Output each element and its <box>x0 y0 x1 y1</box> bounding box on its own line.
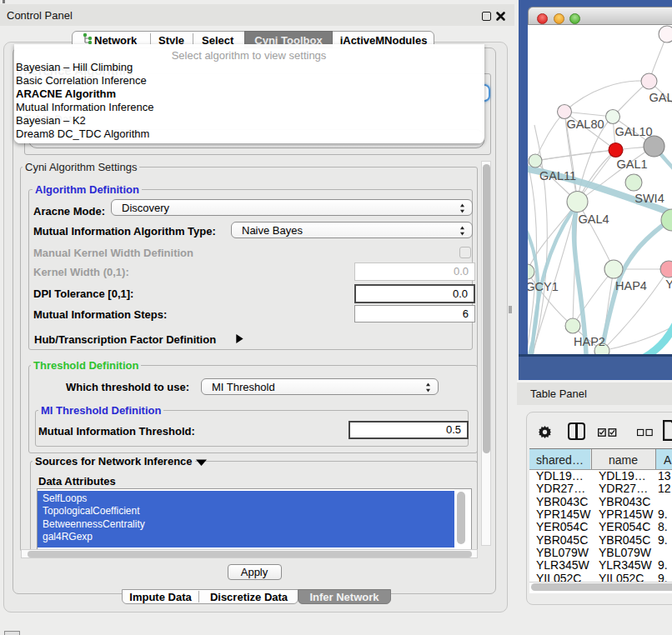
svg-text:GAL4: GAL4 <box>578 212 609 226</box>
svg-text:GAL10: GAL10 <box>614 125 652 138</box>
svg-text:GAL: GAL <box>649 91 672 104</box>
svg-text:GAL11: GAL11 <box>539 169 576 182</box>
svg-text:GAL80: GAL80 <box>566 118 604 131</box>
svg-text:GAL1: GAL1 <box>616 158 647 171</box>
svg-text:HAP4: HAP4 <box>615 279 647 292</box>
svg-text:GCY1: GCY1 <box>528 280 559 293</box>
svg-text:HAP2: HAP2 <box>574 335 605 348</box>
svg-text:Y: Y <box>665 278 672 291</box>
svg-text:SWI4: SWI4 <box>634 192 664 205</box>
